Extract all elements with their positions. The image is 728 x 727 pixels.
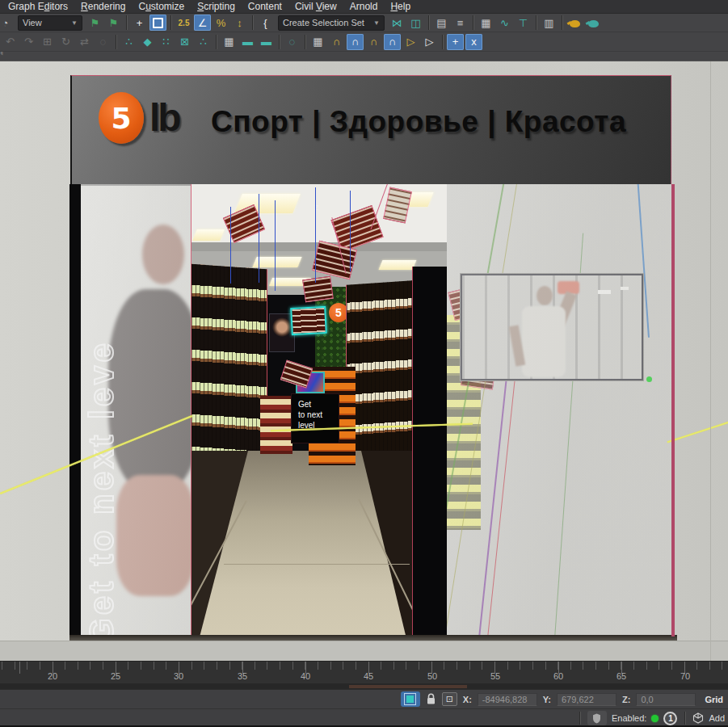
ceiling-light [252,257,301,267]
toolbar-separator [536,15,537,30]
percent-snap-icon[interactable]: % [213,15,229,31]
menu-graph-editors[interactable]: Graph Editors [2,0,74,14]
x-label: X: [463,695,472,704]
selection-set-combo[interactable]: Create Selection Set ▼ [278,15,385,31]
toolbar-separator [473,15,473,30]
snap-2d-icon[interactable]: ∩ [365,34,382,50]
snap-magnet-icon[interactable]: ∩ [328,34,345,50]
toolbar-separator [126,15,127,30]
pivot-snap-icon[interactable]: + [447,34,464,50]
track-bar[interactable] [0,683,728,689]
count-badge[interactable]: 1 [663,712,677,725]
animation-status-bar: Enabled: 1 Add [0,708,728,727]
render-setup-icon[interactable] [566,15,583,31]
redo-disabled-icon[interactable]: ↷ [20,34,37,50]
paint-selection-icon[interactable]: ∷ [158,34,175,50]
status-bar: ⊡ X: -84946,828 Y: 679,622 Z: 0,0 Grid [0,689,728,708]
grid-snap-icon[interactable]: ▦ [309,34,326,50]
left-pillar [69,184,81,641]
angle-snap-2-icon[interactable]: ▷ [402,34,419,50]
maxscript-icon[interactable]: { [257,15,274,31]
selection-lock-icon[interactable] [426,693,436,705]
cursor-snap-icon[interactable]: ▷ [421,34,438,50]
scene-history-icon[interactable]: ◔ [0,15,14,31]
pill-toggle-1-icon[interactable]: ▬ [239,34,256,50]
glass-sheen [447,184,673,646]
poster-vertical-text: Get to next leve [82,192,121,645]
view-dropdown[interactable]: View ▼ [18,15,82,31]
tick-label: 20 [40,671,65,681]
material-editor-icon[interactable]: ▥ [541,15,558,31]
chevron-down-icon: ▼ [373,19,380,27]
storefront-sill [69,635,677,641]
region-select-icon[interactable]: ⊠ [176,34,193,50]
swap-disabled-icon[interactable]: ⇄ [76,34,93,50]
tick-label: 25 [103,671,128,681]
pill-toggle-2-icon[interactable]: ▬ [258,34,275,50]
grid-align-icon[interactable]: ▦ [221,34,238,50]
cropped-paren-icon[interactable]: ◐ [0,52,11,60]
menu-help[interactable]: Help [384,0,417,14]
tick-label: 50 [420,671,444,681]
menu-scripting[interactable]: Scripting [191,0,242,14]
rotate-disabled-icon[interactable]: ↻ [57,34,74,50]
select-and-link-icon[interactable]: ⚑ [86,15,103,31]
layer-explorer-icon[interactable]: ▤ [433,15,450,31]
right-glass-edge [671,184,675,637]
align-icon[interactable]: ◫ [407,15,424,31]
scene-explorer-icon[interactable]: ≡ [452,15,469,31]
clone-disabled-icon[interactable]: ⊞ [39,34,56,50]
menu-customize[interactable]: Customize [132,0,191,14]
wall-corner-line [710,61,711,661]
toolbar-separator [428,15,429,30]
isolate-selection-toggle[interactable] [401,691,420,707]
menu-arnold[interactable]: Arnold [343,0,385,14]
enabled-label: Enabled: [612,713,646,723]
separator [684,712,685,725]
selected-falling-box[interactable] [290,306,327,335]
angle-snap-icon[interactable]: ∠ [194,15,211,31]
snaps-toggle-icon[interactable]: 2.5 [175,15,192,31]
tick-label: 70 [673,671,697,681]
snap-3d-icon[interactable]: ∩ [347,34,364,50]
circle-dots-icon[interactable]: ◌ [284,34,301,50]
unlink-selection-icon[interactable]: ⚑ [105,15,122,31]
time-slider-ruler[interactable]: 20 25 30 35 40 45 50 55 60 65 70 [0,661,728,683]
ribbon-toggle-icon[interactable]: ▦ [478,15,494,31]
toolbar-separator [116,35,116,49]
chevron-down-icon: ▼ [71,19,78,27]
orbit-disabled-icon[interactable]: ◌ [95,34,112,50]
rendered-frame-icon[interactable] [585,15,602,31]
falling-box[interactable] [302,276,334,303]
select-object-icon[interactable] [149,15,166,31]
curve-editor-icon[interactable]: ∿ [496,15,513,31]
spinner-snap-icon[interactable]: ↕ [231,15,248,31]
menu-rendering[interactable]: Rendering [74,0,132,14]
absolute-mode-toggle[interactable]: ⊡ [442,692,457,706]
z-coordinate-field[interactable]: 0,0 [636,693,696,706]
security-shield-icon[interactable] [587,711,607,725]
cube-icon[interactable] [692,712,704,724]
mirror-icon[interactable]: ⋈ [389,15,406,31]
snap-25d-icon[interactable]: ∩ [384,34,401,50]
snaps-toolbar: ↶↷⊞↻⇄◌∴◆∷⊠∴▦▬▬◌▦∩∩∩∩▷▷+x [0,32,728,52]
select-and-move-icon[interactable]: + [131,15,148,31]
gem-display-icon[interactable]: ◆ [139,34,156,50]
undo-disabled-icon[interactable]: ↶ [2,34,19,50]
axis-constraint-x-icon[interactable]: x [465,34,482,50]
perspective-viewport[interactable]: 5 lb Спорт | Здоровье | Красота Get to n… [0,61,728,661]
toolbar-separator [252,15,253,30]
x-coordinate-field[interactable]: -84946,828 [478,693,537,706]
brand-logo-suffix: lb [149,95,179,140]
menu-civil-view[interactable]: Civil View [288,0,343,14]
y-coordinate-field[interactable]: 679,622 [557,693,616,706]
lattice-points-icon[interactable]: ∴ [195,34,212,50]
menu-content[interactable]: Content [242,0,288,14]
soft-selection-icon[interactable]: ∴ [120,34,137,50]
storefront-sign: 5 lb Спорт | Здоровье | Красота [70,75,671,184]
menu-bar: Graph Editors Rendering Customize Script… [0,0,728,14]
toolbar-separator [442,35,443,49]
z-label: Z: [622,695,630,704]
tick-label: 30 [166,671,191,681]
schematic-view-icon[interactable]: ⊤ [515,15,532,31]
